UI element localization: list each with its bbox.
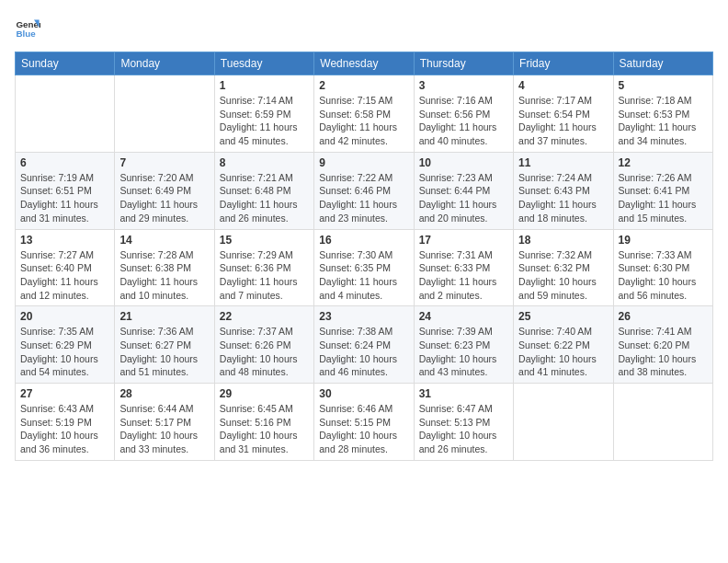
calendar-cell: 26Sunrise: 7:41 AMSunset: 6:20 PMDayligh… — [613, 306, 712, 384]
day-header-wednesday: Wednesday — [314, 52, 414, 75]
day-header-monday: Monday — [115, 52, 214, 75]
day-info: Sunrise: 7:29 AMSunset: 6:36 PMDaylight:… — [220, 248, 309, 303]
day-number: 27 — [20, 387, 109, 400]
calendar-cell — [613, 384, 712, 461]
calendar-cell: 29Sunrise: 6:45 AMSunset: 5:16 PMDayligh… — [214, 384, 313, 461]
day-info: Sunrise: 6:43 AMSunset: 5:19 PMDaylight:… — [20, 402, 109, 456]
calendar-week-5: 27Sunrise: 6:43 AMSunset: 5:19 PMDayligh… — [16, 384, 713, 461]
day-header-sunday: Sunday — [16, 52, 115, 75]
day-number: 17 — [419, 234, 508, 247]
calendar-cell: 4Sunrise: 7:17 AMSunset: 6:54 PMDaylight… — [514, 75, 613, 153]
day-info: Sunrise: 7:38 AMSunset: 6:24 PMDaylight:… — [319, 325, 408, 379]
day-info: Sunrise: 7:39 AMSunset: 6:23 PMDaylight:… — [419, 325, 508, 379]
day-number: 10 — [419, 156, 508, 169]
day-info: Sunrise: 7:14 AMSunset: 6:59 PMDaylight:… — [220, 94, 309, 148]
day-info: Sunrise: 7:33 AMSunset: 6:30 PMDaylight:… — [619, 248, 708, 303]
day-info: Sunrise: 7:37 AMSunset: 6:26 PMDaylight:… — [220, 325, 309, 379]
calendar-cell: 19Sunrise: 7:33 AMSunset: 6:30 PMDayligh… — [613, 229, 712, 306]
day-info: Sunrise: 7:17 AMSunset: 6:54 PMDaylight:… — [518, 94, 608, 148]
day-number: 2 — [319, 79, 408, 92]
logo-icon: General Blue — [15, 15, 40, 40]
calendar-cell: 10Sunrise: 7:23 AMSunset: 6:44 PMDayligh… — [414, 152, 513, 229]
day-info: Sunrise: 7:27 AMSunset: 6:40 PMDaylight:… — [20, 248, 109, 303]
calendar-cell: 3Sunrise: 7:16 AMSunset: 6:56 PMDaylight… — [414, 75, 513, 153]
day-number: 6 — [20, 156, 109, 169]
calendar-cell: 22Sunrise: 7:37 AMSunset: 6:26 PMDayligh… — [214, 306, 313, 384]
calendar-cell: 15Sunrise: 7:29 AMSunset: 6:36 PMDayligh… — [214, 229, 313, 306]
day-number: 16 — [319, 234, 408, 247]
day-number: 23 — [319, 310, 408, 323]
day-number: 12 — [619, 156, 708, 169]
day-info: Sunrise: 7:22 AMSunset: 6:46 PMDaylight:… — [319, 171, 408, 225]
day-info: Sunrise: 7:26 AMSunset: 6:41 PMDaylight:… — [619, 171, 708, 225]
calendar-cell: 30Sunrise: 6:46 AMSunset: 5:15 PMDayligh… — [314, 384, 414, 461]
calendar-cell: 12Sunrise: 7:26 AMSunset: 6:41 PMDayligh… — [613, 152, 712, 229]
day-info: Sunrise: 7:21 AMSunset: 6:48 PMDaylight:… — [220, 171, 309, 225]
calendar-cell: 27Sunrise: 6:43 AMSunset: 5:19 PMDayligh… — [16, 384, 115, 461]
day-number: 25 — [518, 310, 608, 323]
day-number: 22 — [220, 310, 309, 323]
calendar-cell: 20Sunrise: 7:35 AMSunset: 6:29 PMDayligh… — [16, 306, 115, 384]
day-number: 9 — [319, 156, 408, 169]
calendar-cell: 18Sunrise: 7:32 AMSunset: 6:32 PMDayligh… — [514, 229, 613, 306]
calendar-cell: 14Sunrise: 7:28 AMSunset: 6:38 PMDayligh… — [115, 229, 214, 306]
day-info: Sunrise: 7:16 AMSunset: 6:56 PMDaylight:… — [419, 94, 508, 148]
day-info: Sunrise: 7:41 AMSunset: 6:20 PMDaylight:… — [619, 325, 708, 379]
day-info: Sunrise: 6:46 AMSunset: 5:15 PMDaylight:… — [319, 402, 408, 456]
day-header-tuesday: Tuesday — [214, 52, 313, 75]
calendar-cell: 23Sunrise: 7:38 AMSunset: 6:24 PMDayligh… — [314, 306, 414, 384]
calendar-week-3: 13Sunrise: 7:27 AMSunset: 6:40 PMDayligh… — [16, 229, 713, 306]
calendar-cell: 1Sunrise: 7:14 AMSunset: 6:59 PMDaylight… — [214, 75, 313, 153]
day-number: 26 — [619, 310, 708, 323]
calendar-cell: 8Sunrise: 7:21 AMSunset: 6:48 PMDaylight… — [214, 152, 313, 229]
logo: General Blue — [15, 15, 44, 40]
day-info: Sunrise: 7:28 AMSunset: 6:38 PMDaylight:… — [119, 248, 209, 303]
day-number: 3 — [419, 79, 508, 92]
calendar-header-row: SundayMondayTuesdayWednesdayThursdayFrid… — [16, 52, 713, 75]
day-info: Sunrise: 6:47 AMSunset: 5:13 PMDaylight:… — [419, 402, 508, 456]
calendar-cell — [16, 75, 115, 153]
day-number: 30 — [319, 387, 408, 400]
day-info: Sunrise: 7:31 AMSunset: 6:33 PMDaylight:… — [419, 248, 508, 303]
calendar-cell: 7Sunrise: 7:20 AMSunset: 6:49 PMDaylight… — [115, 152, 214, 229]
day-info: Sunrise: 6:45 AMSunset: 5:16 PMDaylight:… — [220, 402, 309, 456]
calendar-cell: 13Sunrise: 7:27 AMSunset: 6:40 PMDayligh… — [16, 229, 115, 306]
day-number: 29 — [220, 387, 309, 400]
day-info: Sunrise: 6:44 AMSunset: 5:17 PMDaylight:… — [119, 402, 209, 456]
calendar-cell: 11Sunrise: 7:24 AMSunset: 6:43 PMDayligh… — [514, 152, 613, 229]
day-info: Sunrise: 7:35 AMSunset: 6:29 PMDaylight:… — [20, 325, 109, 379]
day-info: Sunrise: 7:19 AMSunset: 6:51 PMDaylight:… — [20, 171, 109, 225]
day-info: Sunrise: 7:32 AMSunset: 6:32 PMDaylight:… — [518, 248, 608, 303]
calendar-cell: 17Sunrise: 7:31 AMSunset: 6:33 PMDayligh… — [414, 229, 513, 306]
calendar-cell — [115, 75, 214, 153]
calendar-week-4: 20Sunrise: 7:35 AMSunset: 6:29 PMDayligh… — [16, 306, 713, 384]
calendar-cell: 31Sunrise: 6:47 AMSunset: 5:13 PMDayligh… — [414, 384, 513, 461]
day-number: 11 — [518, 156, 608, 169]
day-number: 28 — [119, 387, 209, 400]
calendar-cell: 24Sunrise: 7:39 AMSunset: 6:23 PMDayligh… — [414, 306, 513, 384]
day-number: 5 — [619, 79, 708, 92]
day-header-saturday: Saturday — [613, 52, 712, 75]
calendar-cell: 6Sunrise: 7:19 AMSunset: 6:51 PMDaylight… — [16, 152, 115, 229]
calendar-cell: 28Sunrise: 6:44 AMSunset: 5:17 PMDayligh… — [115, 384, 214, 461]
day-info: Sunrise: 7:24 AMSunset: 6:43 PMDaylight:… — [518, 171, 608, 225]
day-number: 13 — [20, 234, 109, 247]
day-number: 18 — [518, 234, 608, 247]
day-number: 4 — [518, 79, 608, 92]
day-number: 31 — [419, 387, 508, 400]
svg-text:Blue: Blue — [16, 29, 36, 39]
calendar-cell — [514, 384, 613, 461]
calendar-table: SundayMondayTuesdayWednesdayThursdayFrid… — [15, 52, 713, 461]
day-number: 7 — [119, 156, 209, 169]
day-number: 19 — [619, 234, 708, 247]
day-info: Sunrise: 7:23 AMSunset: 6:44 PMDaylight:… — [419, 171, 508, 225]
day-number: 24 — [419, 310, 508, 323]
calendar-cell: 25Sunrise: 7:40 AMSunset: 6:22 PMDayligh… — [514, 306, 613, 384]
day-info: Sunrise: 7:20 AMSunset: 6:49 PMDaylight:… — [119, 171, 209, 225]
calendar-week-2: 6Sunrise: 7:19 AMSunset: 6:51 PMDaylight… — [16, 152, 713, 229]
day-number: 15 — [220, 234, 309, 247]
page-header: General Blue — [15, 15, 713, 40]
calendar-cell: 5Sunrise: 7:18 AMSunset: 6:53 PMDaylight… — [613, 75, 712, 153]
day-info: Sunrise: 7:18 AMSunset: 6:53 PMDaylight:… — [619, 94, 708, 148]
day-number: 8 — [220, 156, 309, 169]
